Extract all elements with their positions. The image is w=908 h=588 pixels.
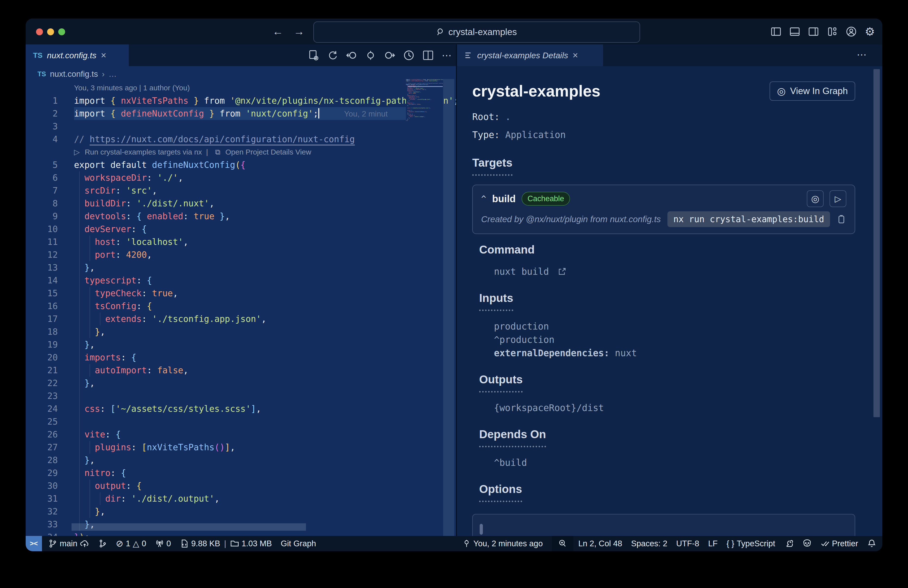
indentation-status[interactable]: Spaces: 2 (631, 539, 667, 548)
line-number[interactable]: 28 (26, 454, 74, 467)
horizontal-scrollbar[interactable] (72, 524, 306, 531)
code-editor[interactable]: TS nuxt.config.ts › … You, 3 minutes ago… (26, 66, 456, 536)
code-line[interactable]: ▷ Run crystal-examples targets via nx | … (26, 146, 456, 158)
code-line[interactable]: 27 plugins: [nxViteTsPaths()], (26, 441, 456, 454)
prettier-status[interactable]: Prettier (821, 539, 858, 548)
maximize-window-button[interactable] (58, 28, 65, 35)
encoding-status[interactable]: UTF-8 (676, 539, 699, 548)
tab-nuxt-config[interactable]: TS nuxt.config.ts × (26, 44, 129, 66)
code-line[interactable]: 10 devServer: { (26, 223, 456, 235)
code-line[interactable]: 7 srcDir: 'src', (26, 184, 456, 197)
code-line[interactable]: 26 vite: { (26, 428, 456, 441)
toggle-panel-icon[interactable] (789, 26, 800, 37)
git-graph-status-icon[interactable] (98, 539, 107, 548)
settings-gear-icon[interactable]: ⚙ (865, 26, 875, 37)
language-status[interactable]: { }TypeScript (727, 539, 775, 548)
code-line[interactable]: 12 port: 4200, (26, 248, 456, 261)
line-number[interactable]: 19 (26, 338, 74, 351)
line-number[interactable]: 16 (26, 300, 74, 313)
line-number[interactable]: 33 (26, 518, 74, 531)
code-line[interactable]: 23 (26, 390, 456, 403)
code-line[interactable]: 15 typeCheck: true, (26, 287, 456, 300)
file-size-status[interactable]: 9.88 KB| 1.03 MB (180, 539, 272, 548)
line-number[interactable]: 2 (26, 107, 74, 120)
forward-icon[interactable]: → (294, 26, 304, 37)
previous-change-icon[interactable] (346, 50, 357, 61)
toggle-secondary-sidebar-icon[interactable] (808, 26, 819, 37)
close-panel-tab-icon[interactable]: × (572, 50, 578, 61)
line-number[interactable]: 12 (26, 248, 74, 261)
line-number[interactable]: 32 (26, 505, 74, 518)
nx-run-command-chip[interactable]: nx run crystal-examples:build (667, 211, 830, 227)
breadcrumb[interactable]: TS nuxt.config.ts › … (37, 68, 117, 80)
line-number[interactable]: 8 (26, 197, 74, 210)
line-number[interactable]: 9 (26, 210, 74, 223)
code-line[interactable]: 9 devtools: { enabled: true }, (26, 210, 456, 223)
notifications-bell-icon[interactable] (867, 539, 876, 548)
code-line[interactable]: 32 }, (26, 505, 456, 518)
code-line[interactable]: 1import { nxViteTsPaths } from '@nx/vite… (26, 94, 456, 107)
eol-status[interactable]: LF (708, 539, 718, 548)
minimap[interactable]: import { nxViteTsPaths } from '@nx/vite/… (406, 79, 443, 536)
close-window-button[interactable] (36, 28, 43, 35)
line-number[interactable]: 29 (26, 467, 74, 479)
blame-status[interactable]: You, 2 minutes ago (462, 539, 543, 548)
line-number[interactable]: 25 (26, 415, 74, 428)
line-number[interactable]: 7 (26, 184, 74, 197)
code-line[interactable]: 31 dir: './dist/.output', (26, 492, 456, 505)
code-line[interactable]: 20 imports: { (26, 351, 456, 364)
code-line[interactable]: }); (406, 120, 443, 121)
code-line[interactable]: import { defineNuxtConfig } from 'nuxt/c… (406, 80, 443, 81)
codelens-link[interactable]: Open Project Details View (225, 148, 311, 156)
open-changes-icon[interactable] (308, 50, 319, 61)
code-line[interactable]: 11 host: 'localhost', (26, 235, 456, 248)
line-number[interactable]: 17 (26, 313, 74, 325)
code-line[interactable]: 24 css: ['~/assets/css/styles.scss'], (26, 403, 456, 415)
code-line[interactable]: 29 nitro: { (26, 467, 456, 479)
codelens-link[interactable]: Run crystal-examples targets via nx (85, 148, 202, 156)
code-line[interactable]: 30 output: { (26, 479, 456, 492)
line-number[interactable]: 13 (26, 261, 74, 274)
run-target-button[interactable]: ▷ (829, 190, 846, 207)
code-line[interactable]: 17 extends: './tsconfig.app.json', (26, 313, 456, 325)
line-number[interactable]: 30 (26, 479, 74, 492)
line-number[interactable]: 11 (26, 235, 74, 248)
collapse-chevron-icon[interactable]: ^ (481, 194, 486, 204)
code-line[interactable]: 28 }, (26, 454, 456, 467)
line-number[interactable]: 18 (26, 325, 74, 338)
remote-indicator[interactable]: >< (26, 536, 42, 551)
code-rows[interactable]: You, 3 minutes ago | 1 author (You)1impo… (26, 81, 456, 536)
panel-more-actions-icon[interactable]: ⋯ (856, 49, 868, 60)
copy-icon[interactable] (836, 214, 846, 224)
vertical-scrollbar[interactable] (443, 79, 454, 536)
cursor-position-status[interactable]: Ln 2, Col 48 (578, 539, 622, 548)
back-icon[interactable]: ← (272, 26, 283, 37)
next-change-icon[interactable] (384, 50, 395, 61)
code-line[interactable]: 13 }, (26, 261, 456, 274)
code-line[interactable]: 6 workspaceDir: './', (26, 171, 456, 184)
line-number[interactable]: 24 (26, 403, 74, 415)
timeline-icon[interactable] (403, 50, 415, 61)
customize-layout-icon[interactable] (827, 26, 838, 37)
line-number[interactable]: 6 (26, 171, 74, 184)
code-line[interactable]: 4// https://nuxt.com/docs/api/configurat… (26, 133, 456, 146)
code-line[interactable]: 19 }, (26, 338, 456, 351)
refresh-icon[interactable] (327, 50, 338, 61)
line-number[interactable]: 20 (26, 351, 74, 364)
line-number[interactable]: 3 (26, 120, 74, 133)
line-number[interactable]: 15 (26, 287, 74, 300)
line-number[interactable]: 34 (26, 531, 74, 536)
code-line[interactable]: 14 typescript: { (26, 274, 456, 287)
line-number[interactable]: 4 (26, 133, 74, 146)
line-number[interactable]: 31 (26, 492, 74, 505)
command-center-search[interactable]: crystal-examples (313, 21, 640, 43)
line-number[interactable]: 26 (26, 428, 74, 441)
problems-status[interactable]: ⊘ 1 △ 0 (116, 538, 147, 549)
code-line[interactable]: 18 }, (26, 325, 456, 338)
line-number[interactable]: 23 (26, 390, 74, 403)
current-change-icon[interactable] (365, 50, 376, 61)
branch-status[interactable]: main (48, 539, 89, 548)
panel-scrollbar[interactable] (873, 69, 880, 417)
view-target-in-graph-button[interactable]: ◎ (807, 190, 824, 207)
code-line[interactable]: 16 tsConfig: { (26, 300, 456, 313)
